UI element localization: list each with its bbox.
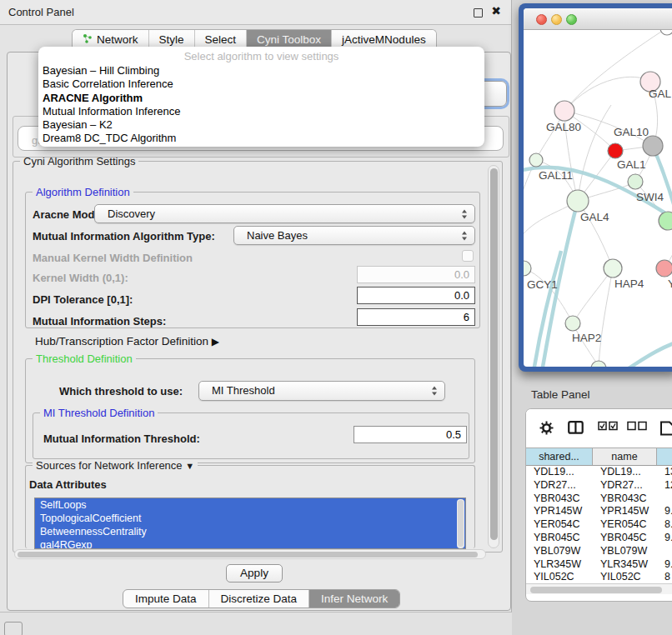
table-body: YDL19...YDL19...13YDR27...YDR27...12YBR0… xyxy=(526,466,672,583)
collapse-down-icon[interactable]: ▼ xyxy=(185,461,194,471)
hub-definition-toggle[interactable]: Hub/Transcription Factor Definition ▶ xyxy=(35,335,219,348)
attributes-scrollbar-thumb[interactable] xyxy=(458,500,464,547)
sources-title[interactable]: Sources for Network Inference ▼ xyxy=(33,459,198,472)
network-edge xyxy=(573,268,613,323)
table-cell: YBR043C xyxy=(526,492,593,506)
attribute-list-item[interactable]: BetweennessCentrality xyxy=(35,525,465,538)
algorithm-option[interactable]: Basic Correlation Inference xyxy=(38,78,484,91)
network-view-window: GALGAL80GAL10GAL11GAL1SWI4GAL4GCY1HAP4YH… xyxy=(519,3,672,372)
bottom-tab-impute-data[interactable]: Impute Data xyxy=(123,590,208,608)
tab-label: jActiveMNodules xyxy=(342,33,426,46)
network-edge xyxy=(564,32,661,111)
table-cell: 12 xyxy=(657,479,672,492)
combo-arrows-icon xyxy=(462,209,468,218)
algorithm-option[interactable]: Mutual Information Inference xyxy=(38,105,484,118)
table-row[interactable]: YBR045CYBR045C9. xyxy=(526,532,672,545)
table-row[interactable]: YDL19...YDL19...13 xyxy=(526,466,672,479)
network-node-label: GAL11 xyxy=(539,169,573,182)
attribute-list-item[interactable]: SelfLoops xyxy=(35,498,465,512)
dpi-tolerance-field[interactable]: 0.0 xyxy=(357,287,475,304)
attributes-scrollbar[interactable] xyxy=(457,499,464,548)
network-node[interactable] xyxy=(565,316,580,331)
table-cell: YBL079W xyxy=(526,545,593,558)
table-cell: YDR27... xyxy=(526,479,593,492)
apply-button[interactable]: Apply xyxy=(226,564,283,582)
close-traffic-light-icon[interactable] xyxy=(536,14,547,25)
table-row[interactable]: YIL052CYIL052C8 xyxy=(526,571,672,583)
select-all-checkboxes-icon[interactable] xyxy=(598,421,618,431)
algorithm-option[interactable]: Bayesian – Hill Climbing xyxy=(38,64,484,78)
table-row[interactable]: YPR145WYPR145W9. xyxy=(526,505,672,518)
network-canvas[interactable]: GALGAL80GAL10GAL11GAL1SWI4GAL4GCY1HAP4YH… xyxy=(524,30,672,367)
table-horizontal-scrollbar[interactable] xyxy=(526,583,672,594)
table-row[interactable]: YBL079WYBL079W xyxy=(526,545,672,558)
close-icon[interactable]: ✖ xyxy=(491,4,501,18)
settings-horizontal-scrollbar[interactable] xyxy=(14,549,486,559)
which-threshold-combo[interactable]: MI Threshold xyxy=(198,381,445,401)
network-node[interactable] xyxy=(567,190,589,212)
data-attributes-list[interactable]: SelfLoopsTopologicalCoefficientBetweenne… xyxy=(34,498,466,549)
kernel-width-field[interactable]: 0.0 xyxy=(357,266,475,283)
table-column-header[interactable]: shared... xyxy=(526,448,593,465)
mi-algorithm-type-combo[interactable]: Naive Bayes xyxy=(233,226,475,245)
mi-threshold-field[interactable]: 0.5 xyxy=(354,426,467,443)
bottom-tab-discretize-data[interactable]: Discretize Data xyxy=(208,590,309,608)
network-node-label: GAL xyxy=(649,88,672,100)
table-panel-title: Table Panel xyxy=(531,388,590,401)
table-cell: YDL19... xyxy=(593,466,657,479)
network-node[interactable] xyxy=(604,259,622,278)
attribute-list-item[interactable]: TopologicalCoefficient xyxy=(35,512,465,525)
minimize-traffic-light-icon[interactable] xyxy=(551,14,562,25)
network-node[interactable] xyxy=(659,212,672,230)
table-row[interactable]: YDR27...YDR27...12 xyxy=(526,479,672,492)
float-window-icon[interactable] xyxy=(474,8,483,18)
table-cell: 13 xyxy=(657,466,672,479)
network-node[interactable] xyxy=(628,174,643,189)
table-column-header[interactable]: name xyxy=(593,448,657,465)
table-row[interactable]: YLR345WYLR345W9. xyxy=(526,558,672,572)
algorithm-option[interactable]: ARACNE Algorithm xyxy=(38,92,484,105)
algorithm-option[interactable]: Dream8 DC_TDC Algorithm xyxy=(38,132,484,145)
mi-steps-field[interactable]: 6 xyxy=(357,308,475,326)
algorithm-dropdown-prompt: Select algorithm to view settings xyxy=(38,48,484,64)
network-node[interactable] xyxy=(554,101,574,121)
table-horizontal-scrollbar-thumb[interactable] xyxy=(530,587,662,593)
network-node[interactable] xyxy=(524,261,531,276)
network-node[interactable] xyxy=(608,143,623,158)
table-column-header[interactable]: A xyxy=(657,448,672,465)
expand-right-icon[interactable]: ▶ xyxy=(212,336,219,348)
table-cell: YBL079W xyxy=(593,545,657,558)
network-node[interactable] xyxy=(529,153,543,167)
attribute-list-item[interactable]: gal4RGexp xyxy=(35,538,465,549)
table-options-gear-icon[interactable] xyxy=(539,421,554,435)
network-node[interactable] xyxy=(656,260,672,277)
mi-threshold-definition-group: MI Threshold Definition Mutual Informati… xyxy=(33,412,469,459)
settings-vertical-scrollbar-thumb[interactable] xyxy=(490,168,498,540)
split-columns-icon[interactable] xyxy=(568,421,584,434)
network-node[interactable] xyxy=(591,361,606,367)
minimized-panel-button[interactable] xyxy=(4,622,23,635)
unselect-all-checkboxes-icon[interactable] xyxy=(627,421,647,431)
settings-vertical-scrollbar[interactable] xyxy=(488,165,499,548)
network-node-label: GCY1 xyxy=(527,278,558,291)
table-row[interactable]: YBR043CYBR043C xyxy=(526,492,672,506)
table-toolbar xyxy=(526,409,672,446)
table-panel-card: shared...nameA YDL19...YDL19...13YDR27..… xyxy=(525,408,672,602)
network-node-label: GAL4 xyxy=(580,211,609,223)
aracne-mode-combo[interactable]: Discovery xyxy=(94,204,475,223)
manual-kernel-width-label: Manual Kernel Width Definition xyxy=(33,252,193,264)
manual-kernel-width-checkbox[interactable] xyxy=(462,250,474,262)
settings-horizontal-scrollbar-thumb[interactable] xyxy=(18,552,478,558)
export-table-icon[interactable] xyxy=(659,421,672,436)
network-node[interactable] xyxy=(660,30,672,35)
network-node[interactable] xyxy=(643,136,663,156)
algorithm-option[interactable]: Bayesian – K2 xyxy=(38,118,484,132)
tab-label: Style xyxy=(159,33,184,46)
network-node-label: HAP4 xyxy=(614,278,644,290)
mi-steps-label: Mutual Information Steps: xyxy=(33,315,166,328)
table-cell: YDR27... xyxy=(593,479,657,492)
algorithm-definition-title: Algorithm Definition xyxy=(33,186,133,198)
zoom-traffic-light-icon[interactable] xyxy=(566,14,577,25)
bottom-tab-infer-network[interactable]: Infer Network xyxy=(308,590,399,608)
table-row[interactable]: YER054CYER054C8. xyxy=(526,518,672,532)
